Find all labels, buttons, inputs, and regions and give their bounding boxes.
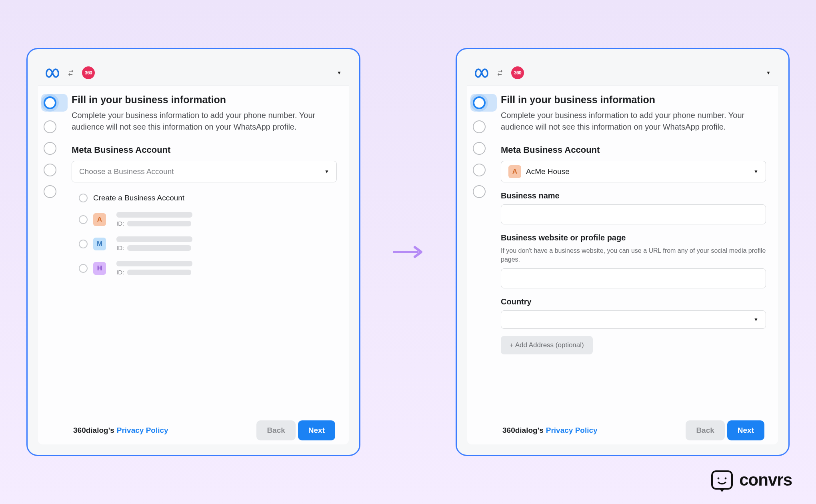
privacy-prefix: 360dialog's (73, 426, 114, 435)
page-title: Fill in your business information (72, 94, 337, 106)
account-name-skeleton (116, 212, 192, 218)
selected-account-name: AcMe House (526, 167, 570, 176)
step-5 (44, 185, 56, 198)
avatar-a: A (93, 213, 106, 226)
business-name-input[interactable] (501, 204, 766, 224)
page-title: Fill in your business information (501, 94, 766, 106)
country-select[interactable]: ▼ (501, 310, 766, 329)
website-helper: If you don't have a business website, yo… (501, 246, 766, 264)
meta-logo-icon (45, 68, 60, 78)
privacy-prefix: 360dialog's (502, 426, 544, 435)
step-3 (473, 142, 486, 155)
radio-icon (79, 194, 88, 202)
radio-icon (79, 215, 88, 224)
page-subtitle: Complete your business information to ad… (72, 110, 337, 133)
account-option-a[interactable]: A ID: (76, 207, 333, 232)
stepper (38, 86, 68, 444)
exchange-icon (66, 68, 76, 78)
next-button[interactable]: Next (727, 420, 764, 440)
business-account-dropdown: Create a Business Account A ID: (72, 185, 337, 284)
step-2 (473, 120, 486, 133)
convrs-brand-text: convrs (739, 470, 792, 490)
account-option-h[interactable]: H ID: (76, 256, 333, 280)
step-1 (44, 96, 56, 109)
next-button[interactable]: Next (298, 420, 335, 440)
meta-logo-icon (474, 68, 489, 78)
panel-step-select-account: 360 ▼ Fill in your business information … (26, 48, 360, 456)
convrs-brand: convrs (711, 470, 792, 490)
step-3 (44, 142, 56, 155)
topbar-menu-caret[interactable]: ▼ (766, 70, 771, 76)
page-subtitle: Complete your business information to ad… (501, 110, 766, 133)
meta-account-label: Meta Business Account (72, 145, 337, 155)
step-5 (473, 185, 486, 198)
radio-icon (79, 264, 88, 273)
account-id-label: ID: (116, 269, 124, 276)
360dialog-badge-icon: 360 (511, 66, 524, 79)
business-account-select[interactable]: Choose a Business Account ▼ (72, 161, 337, 182)
exchange-icon (495, 68, 505, 78)
back-button[interactable]: Back (256, 420, 295, 440)
step-1 (473, 96, 486, 109)
account-id-skeleton (127, 221, 191, 226)
privacy-policy-link[interactable]: Privacy Policy (117, 426, 168, 435)
panel-step-business-form: 360 ▼ Fill in your business information … (456, 48, 790, 456)
topbar: 360 ▼ (467, 60, 778, 86)
chevron-down-icon: ▼ (754, 317, 758, 322)
business-name-label: Business name (501, 191, 766, 200)
step-2 (44, 120, 56, 133)
account-id-label: ID: (116, 220, 124, 227)
create-business-account-option[interactable]: Create a Business Account (76, 189, 333, 207)
create-account-label: Create a Business Account (93, 194, 184, 202)
step-4 (44, 164, 56, 176)
add-address-button[interactable]: + Add Address (optional) (501, 336, 593, 354)
website-input[interactable] (501, 268, 766, 288)
avatar-m: M (93, 238, 106, 250)
country-label: Country (501, 297, 766, 306)
arrow-right-icon (392, 244, 424, 260)
avatar-a: A (508, 165, 521, 178)
svg-point-2 (725, 478, 727, 480)
chevron-down-icon: ▼ (324, 169, 329, 174)
stepper (467, 86, 497, 444)
back-button[interactable]: Back (686, 420, 724, 440)
website-label: Business website or profile page (501, 233, 766, 242)
meta-account-label: Meta Business Account (501, 145, 766, 155)
account-id-skeleton (127, 245, 191, 251)
account-id-skeleton (127, 270, 191, 275)
topbar-menu-caret[interactable]: ▼ (337, 70, 342, 76)
convrs-logo-icon (711, 470, 733, 490)
select-placeholder: Choose a Business Account (79, 167, 174, 176)
account-id-label: ID: (116, 244, 124, 251)
privacy-policy-link[interactable]: Privacy Policy (546, 426, 598, 435)
svg-point-1 (718, 478, 720, 480)
step-4 (473, 164, 486, 176)
chevron-down-icon: ▼ (754, 169, 758, 174)
account-option-m[interactable]: M ID: (76, 232, 333, 256)
360dialog-badge-icon: 360 (82, 66, 95, 79)
account-name-skeleton (116, 236, 192, 242)
topbar: 360 ▼ (38, 60, 349, 86)
avatar-h: H (93, 262, 106, 275)
account-name-skeleton (116, 261, 192, 266)
radio-icon (79, 240, 88, 248)
business-account-select[interactable]: A AcMe House ▼ (501, 161, 766, 182)
